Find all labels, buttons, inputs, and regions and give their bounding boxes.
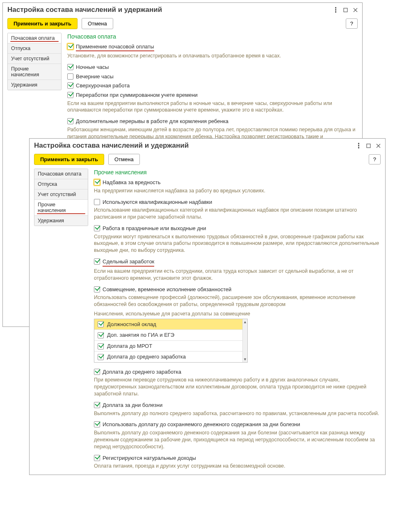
close-icon[interactable]	[373, 141, 383, 150]
toolbar: Применить и закрыть Отмена ?	[3, 14, 362, 33]
checkbox-qualification-bonus[interactable]	[94, 199, 100, 205]
window-controls	[354, 141, 383, 150]
sidebar: Почасовая оплата Отпуска Учет отсутствий…	[34, 169, 88, 226]
titlebar: Настройка состава начислений и удержаний	[3, 3, 362, 14]
svg-point-8	[358, 147, 359, 148]
checkbox-list-item[interactable]	[98, 354, 104, 360]
svg-point-7	[358, 145, 359, 146]
hint-text: Выполнять доплату до сохраняемого денежн…	[94, 429, 382, 450]
checkbox-hourly-pay-use[interactable]	[67, 43, 73, 50]
checkbox-label: Регистрируются натуральные доходы	[103, 454, 196, 462]
checkbox-label: Использовать доплату до сохраняемого ден…	[103, 421, 300, 428]
checkbox-label: Переработки при суммированном учете врем…	[76, 91, 198, 99]
list-item-label: Доп. занятия по ГИА и ЕГЭ	[107, 331, 174, 339]
checkbox-avg-salary-topup[interactable]	[94, 369, 100, 375]
hint-text: Установите, для возможности регистрирова…	[67, 53, 359, 59]
svg-rect-9	[367, 144, 370, 148]
sidebar-item-absence[interactable]: Учет отсутствий	[8, 54, 61, 64]
cancel-button[interactable]: Отмена	[108, 154, 140, 165]
list-item[interactable]: Доп. занятия по ГИА и ЕГЭ	[94, 330, 247, 341]
maximize-icon[interactable]	[340, 5, 350, 14]
sidebar-item-vacations[interactable]: Отпуска	[8, 43, 61, 54]
checkbox-list-item[interactable]	[98, 332, 104, 338]
window-title: Настройка состава начислений и удержаний	[34, 142, 354, 150]
scrollbar[interactable]: ▲▼	[242, 319, 247, 362]
checkbox-list-item[interactable]	[98, 343, 104, 349]
hint-text: Оплата питания, проезда и других услуг с…	[94, 463, 382, 470]
toolbar: Применить и закрыть Отмена ?	[30, 150, 385, 169]
cancel-button[interactable]: Отмена	[82, 18, 113, 29]
list-item-label: Должностной оклад	[107, 321, 156, 328]
close-icon[interactable]	[350, 5, 360, 14]
list-item[interactable]: Доплата до МРОТ	[94, 341, 247, 352]
checkbox-label: Дополнительные перерывы в работе для кор…	[76, 118, 228, 125]
checkbox-natural-income[interactable]	[94, 455, 100, 461]
sub-hint: Начисления, используемые для расчета доп…	[94, 311, 382, 317]
content-panel: Прочие начисления Надбавка за вредность …	[88, 169, 382, 471]
sidebar-item-vacations[interactable]: Отпуска	[34, 179, 88, 190]
combination-accruals-listbox: Должностной оклад Доп. занятия по ГИА и …	[94, 319, 248, 363]
checkbox-hazard-bonus[interactable]	[94, 179, 100, 185]
sidebar-item-absence[interactable]: Учет отсутствий	[34, 190, 88, 200]
maximize-icon[interactable]	[363, 141, 373, 150]
hint-text: Выполнять доплату до полного среднего за…	[94, 410, 382, 417]
svg-point-2	[335, 11, 336, 12]
hint-text: Использовать совмещение профессий (должн…	[94, 294, 382, 308]
titlebar: Настройка состава начислений и удержаний	[30, 139, 385, 150]
hint-text: При временном переводе сотрудников на ни…	[94, 377, 382, 397]
checkbox-combination[interactable]	[94, 286, 100, 292]
list-item[interactable]: Доплата до среднего заработка	[94, 352, 247, 362]
sidebar-item-other-accruals[interactable]: Прочие начисления	[8, 64, 61, 80]
checkbox-preserved-salary-sick[interactable]	[94, 421, 100, 427]
checkbox-label: Используются квалификационные надбавки	[103, 199, 212, 206]
checkbox-label: Работа в праздничные или выходные дни	[103, 225, 206, 232]
checkbox-overtime[interactable]	[67, 82, 73, 89]
sidebar-item-hourly-pay[interactable]: Почасовая оплата	[8, 33, 61, 43]
hint-text: Сотрудники могут привлекаться к выполнен…	[94, 233, 382, 254]
hint-text: На предприятии начисляется надбавка за р…	[94, 187, 382, 194]
section-title: Почасовая оплата	[67, 33, 359, 41]
checkbox-label: Доплата за дни болезни	[103, 402, 162, 409]
help-button[interactable]: ?	[346, 18, 358, 29]
sidebar: Почасовая оплата Отпуска Учет отсутствий…	[7, 33, 62, 90]
hint-text: Использование квалификационных категорий…	[94, 207, 382, 221]
checkbox-label: Применение почасовой оплаты	[76, 43, 154, 52]
kebab-icon[interactable]	[331, 5, 340, 14]
hint-text: Если на вашем предприятии выполняются ра…	[67, 100, 359, 114]
checkbox-evening-hours[interactable]	[67, 73, 73, 80]
sidebar-item-hourly-pay[interactable]: Почасовая оплата	[34, 169, 88, 179]
checkbox-label: Доплата до среднего заработка	[103, 368, 181, 376]
apply-close-button[interactable]: Применить и закрыть	[34, 154, 104, 165]
checkbox-label: Сдельный заработок	[103, 258, 154, 267]
svg-point-6	[358, 143, 359, 144]
checkbox-label: Совмещение, временное исполнение обязанн…	[103, 286, 231, 293]
window-title: Настройка состава начислений и удержаний	[7, 6, 331, 14]
checkbox-label: Вечерние часы	[76, 73, 114, 80]
checkbox-label: Ночные часы	[76, 64, 109, 71]
sidebar-item-other-accruals[interactable]: Прочие начисления	[34, 200, 88, 216]
window-controls	[331, 5, 360, 14]
sidebar-item-deductions[interactable]: Удержания	[8, 80, 61, 90]
checkbox-overwork-summary[interactable]	[67, 92, 73, 98]
list-item-label: Доплата до МРОТ	[107, 342, 152, 350]
checkbox-sick-days-topup[interactable]	[94, 402, 100, 408]
kebab-icon[interactable]	[354, 141, 363, 150]
checkbox-label: Надбавка за вредность	[103, 179, 160, 186]
list-item-label: Доплата до среднего заработка	[107, 353, 186, 361]
checkbox-holiday-work[interactable]	[94, 225, 100, 231]
checkbox-feeding-breaks[interactable]	[67, 118, 73, 124]
apply-close-button[interactable]: Применить и закрыть	[7, 18, 78, 29]
dialog-other-accruals: Настройка состава начислений и удержаний…	[29, 138, 386, 475]
svg-point-0	[335, 7, 336, 8]
checkbox-label: Сверхурочная работа	[76, 82, 130, 89]
list-item[interactable]: Должностной оклад	[94, 319, 247, 330]
svg-rect-3	[344, 8, 347, 12]
section-title: Прочие начисления	[94, 169, 382, 176]
checkbox-list-item[interactable]	[98, 321, 104, 327]
svg-point-1	[335, 9, 336, 10]
hint-text: Если на вашем предприятии есть сотрудник…	[94, 268, 382, 282]
help-button[interactable]: ?	[369, 154, 381, 164]
checkbox-piecework[interactable]	[94, 258, 100, 265]
sidebar-item-deductions[interactable]: Удержания	[34, 216, 88, 226]
checkbox-night-hours[interactable]	[67, 64, 73, 70]
